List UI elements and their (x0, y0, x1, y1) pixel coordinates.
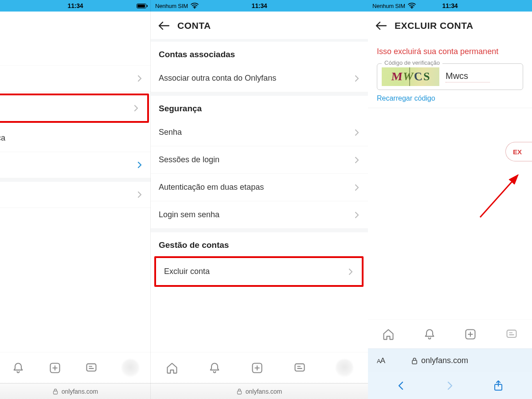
captcha-glyph: S (423, 70, 430, 83)
page-header: EXCLUIR CONTA (368, 12, 532, 39)
chevron-right-icon (137, 191, 143, 199)
avatar[interactable] (336, 359, 353, 377)
chevron-right-icon (354, 74, 360, 82)
safari-toolbar (368, 372, 532, 399)
svg-rect-5 (237, 391, 241, 394)
settings-row-security[interactable]: segurança (0, 125, 151, 152)
lock-icon (237, 388, 242, 395)
back-button[interactable] (158, 21, 169, 31)
avatar[interactable] (121, 359, 139, 377)
page-title: CONTA (177, 20, 211, 31)
chevron-right-icon (354, 129, 360, 137)
annotation-arrow-icon (473, 168, 527, 222)
url-domain: onlyfans.com (246, 388, 282, 395)
page-title: EXCLUIR CONTA (395, 20, 473, 31)
status-time: 11:34 (252, 2, 267, 9)
row-label: segurança (0, 133, 143, 143)
safari-url-bar[interactable]: AA onlyfans.com (368, 348, 532, 372)
delete-warning-text: Isso excluirá sua conta permanent (368, 39, 532, 61)
captcha-glyph: W (403, 70, 413, 83)
divider (368, 108, 532, 108)
svg-rect-2 (53, 391, 57, 394)
settings-row[interactable] (0, 182, 151, 208)
message-icon[interactable] (293, 361, 306, 375)
svg-rect-4 (295, 364, 305, 371)
bottom-nav (151, 352, 368, 383)
plus-icon[interactable] (48, 361, 62, 375)
row-two-factor[interactable]: Autenticação em duas etapas (151, 174, 368, 201)
lock-icon (53, 388, 58, 395)
page-header: CONTA (151, 12, 368, 39)
row-associate-account[interactable]: Associar outra conta do Onlyfans (151, 65, 368, 92)
chevron-right-icon (137, 74, 143, 82)
chevron-right-icon (354, 211, 360, 219)
settings-row[interactable] (0, 66, 151, 92)
row-label: Login sem senha (159, 210, 354, 219)
row-label: Sessões de login (159, 155, 354, 164)
message-icon[interactable] (505, 328, 518, 341)
back-button[interactable] (375, 21, 387, 31)
status-time: 11:34 (442, 2, 458, 9)
browser-forward-button[interactable] (445, 381, 454, 391)
row-passwordless[interactable]: Login sem senha (151, 201, 368, 229)
svg-rect-8 (507, 330, 516, 337)
captcha-field-group: Código de verificação M W C S (377, 63, 523, 90)
bell-icon[interactable] (12, 361, 25, 375)
svg-rect-9 (412, 360, 417, 364)
home-icon[interactable] (165, 361, 179, 375)
svg-line-6 (480, 175, 518, 217)
row-label: Excluir conta (164, 267, 348, 276)
delete-account-button[interactable]: EX (505, 142, 532, 161)
row-password[interactable]: Senha (151, 119, 368, 146)
chevron-right-icon (354, 184, 360, 192)
status-bar: 11:34 Nenhum SIM (151, 0, 368, 12)
captcha-label: Código de verificação (382, 59, 442, 66)
captcha-input[interactable] (446, 71, 490, 82)
browser-url-bar[interactable]: onlyfans.com (0, 383, 151, 399)
chevron-right-icon (354, 156, 360, 164)
wifi-icon (408, 3, 416, 9)
row-label: Associar outra conta do Onlyfans (159, 74, 354, 83)
chevron-right-icon (133, 104, 139, 112)
text-size-control[interactable]: AA (377, 356, 385, 365)
captcha-image: M W C S (382, 67, 439, 86)
settings-row-account-highlighted[interactable] (0, 94, 149, 123)
carrier-text: Nenhum SIM (155, 3, 188, 9)
url-domain: onlyfans.com (62, 388, 98, 395)
captcha-glyph: C (414, 70, 423, 83)
status-bar: 11:34 (0, 0, 151, 12)
carrier-text: Nenhum SIM (372, 3, 405, 9)
status-time: 11:34 (68, 2, 83, 9)
row-login-sessions[interactable]: Sessões de login (151, 146, 368, 174)
plus-icon[interactable] (464, 328, 477, 341)
aa-small: A (377, 358, 380, 364)
bell-icon[interactable] (208, 361, 221, 375)
plus-icon[interactable] (250, 361, 264, 375)
section-header-account-mgmt: Gestão de contas (151, 229, 368, 255)
wifi-icon (191, 3, 199, 9)
chevron-right-icon (137, 161, 143, 169)
captcha-glyph: M (391, 70, 403, 83)
bottom-nav (0, 352, 151, 383)
home-icon[interactable] (382, 328, 395, 341)
row-delete-account-highlighted[interactable]: Excluir conta (154, 256, 364, 287)
bell-icon[interactable] (423, 328, 436, 341)
aa-big: A (380, 356, 385, 365)
page-header: GURAÇÕES (0, 12, 151, 39)
browser-back-button[interactable] (396, 381, 406, 391)
lock-icon (411, 357, 418, 364)
delete-button-label: EX (513, 148, 522, 156)
url-domain: onlyfans.com (421, 356, 468, 365)
share-icon[interactable] (493, 380, 504, 391)
svg-rect-1 (87, 364, 96, 371)
row-label: Senha (159, 128, 354, 137)
bottom-nav (368, 319, 532, 348)
settings-row[interactable] (0, 152, 151, 178)
chevron-right-icon (348, 268, 354, 276)
message-icon[interactable] (85, 361, 98, 375)
status-bar: 11:34 Nenhum SIM (368, 0, 532, 12)
section-header-associated: Contas associadas (151, 42, 368, 65)
browser-url-bar[interactable]: onlyfans.com (151, 383, 368, 399)
reload-captcha-link[interactable]: Recarregar código (377, 94, 523, 102)
row-label: Autenticação em duas etapas (159, 183, 354, 192)
